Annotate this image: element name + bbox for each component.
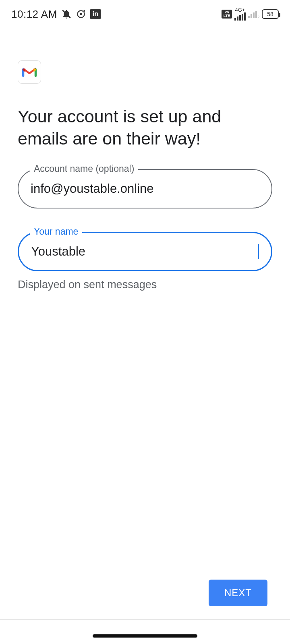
svg-rect-4 — [239, 15, 241, 21]
page-headline: Your account is set up and emails are on… — [18, 105, 272, 150]
status-time: 10:12 AM — [11, 8, 57, 21]
next-button[interactable]: NEXT — [209, 580, 267, 606]
account-name-field[interactable]: Account name (optional) info@youstable.o… — [18, 169, 272, 208]
svg-point-1 — [80, 13, 82, 15]
svg-rect-10 — [255, 11, 257, 18]
svg-rect-3 — [237, 17, 238, 21]
status-right: Vo LTE 4G+ ✕ 58 — [222, 8, 279, 21]
gesture-bar[interactable] — [93, 634, 197, 638]
svg-rect-6 — [244, 12, 246, 21]
network-type: 4G+ — [235, 8, 245, 12]
setup-content: Your account is set up and emails are on… — [18, 60, 272, 291]
linkedin-icon: in — [90, 9, 101, 19]
your-name-label: Your name — [30, 226, 82, 237]
do-not-disturb-icon — [61, 9, 72, 19]
svg-rect-5 — [242, 14, 243, 21]
svg-text:✕: ✕ — [258, 14, 259, 19]
svg-rect-9 — [253, 12, 255, 18]
gmail-icon — [18, 60, 41, 84]
whatsapp-icon — [76, 9, 86, 19]
svg-rect-7 — [248, 16, 250, 18]
svg-rect-2 — [234, 18, 236, 21]
battery-level: 58 — [267, 11, 273, 17]
status-bar: 10:12 AM in Vo LTE 4G+ — [0, 0, 290, 28]
text-caret — [258, 244, 259, 259]
svg-rect-8 — [251, 14, 252, 18]
your-name-helper: Displayed on sent messages — [18, 279, 272, 291]
account-name-label: Account name (optional) — [30, 163, 138, 174]
volte-icon: Vo LTE — [222, 10, 232, 19]
battery-indicator: 58 — [262, 9, 279, 19]
signal-no-sim-icon: ✕ — [248, 10, 259, 19]
status-left: 10:12 AM in — [11, 8, 101, 21]
volte-bottom: LTE — [224, 14, 230, 18]
your-name-value: Youstable — [31, 244, 256, 259]
bottom-separator — [0, 619, 290, 620]
account-name-value: info@youstable.online — [31, 182, 259, 196]
signal-1-group: 4G+ — [234, 8, 246, 21]
signal-bars-icon — [234, 12, 246, 21]
your-name-field[interactable]: Your name Youstable — [18, 232, 272, 271]
